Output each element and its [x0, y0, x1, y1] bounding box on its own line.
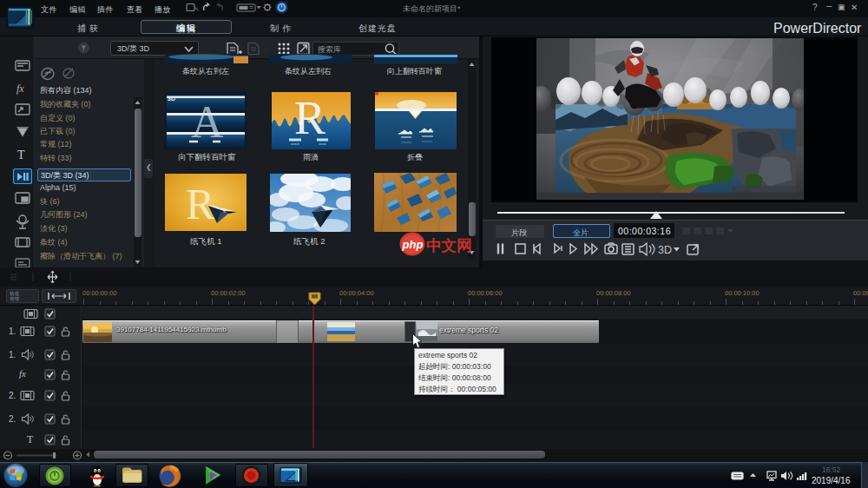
svg-text:T: T	[17, 148, 25, 162]
svg-text:R: R	[294, 92, 326, 144]
svg-text:R: R	[186, 180, 215, 228]
svg-text:php: php	[402, 238, 424, 251]
svg-text:3D/类 3D: 3D/类 3D	[117, 44, 150, 53]
svg-text:A: A	[191, 97, 224, 147]
svg-text:中文网: 中文网	[426, 237, 472, 254]
svg-text:fx: fx	[16, 82, 24, 95]
svg-text:3D: 3D	[658, 244, 672, 256]
svg-text:3D: 3D	[168, 96, 175, 102]
